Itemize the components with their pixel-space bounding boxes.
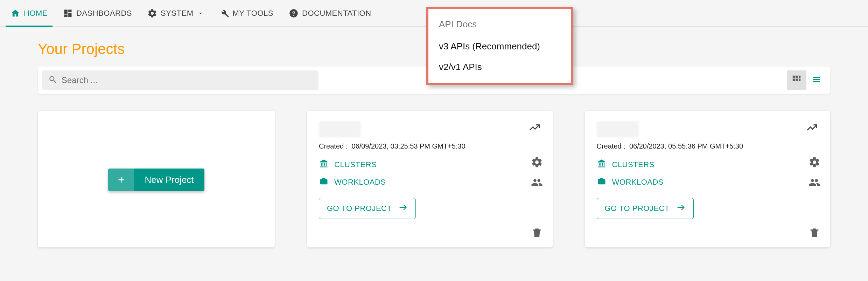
arrow-right-icon xyxy=(398,203,408,214)
gear-icon xyxy=(147,8,157,18)
delete-icon[interactable] xyxy=(808,227,820,239)
dropdown-header: API Docs xyxy=(428,18,571,36)
view-toggle xyxy=(787,70,826,90)
wrench-icon xyxy=(219,8,229,18)
clusters-link[interactable]: CLUSTERS xyxy=(597,159,654,171)
nav-documentation-label: DOCUMENTATION xyxy=(302,9,371,18)
settings-icon[interactable] xyxy=(531,156,543,168)
people-icon[interactable] xyxy=(808,177,820,189)
nav-home-label: HOME xyxy=(24,9,48,18)
goto-label: GO TO PROJECT xyxy=(605,204,670,213)
new-project-button[interactable]: + New Project xyxy=(108,169,204,191)
new-project-card: + New Project xyxy=(38,111,275,247)
nav-home[interactable]: HOME xyxy=(3,0,55,27)
settings-icon[interactable] xyxy=(808,156,820,168)
project-card: Created : 06/20/2023, 05:55:36 PM GMT+5:… xyxy=(585,111,831,247)
grid-icon xyxy=(791,74,802,86)
project-created: Created : 06/20/2023, 05:55:36 PM GMT+5:… xyxy=(597,142,819,150)
chevron-down-icon xyxy=(197,10,204,17)
list-icon xyxy=(811,74,821,86)
goto-project-button[interactable]: GO TO PROJECT xyxy=(319,198,416,219)
nav-dashboards[interactable]: DASHBOARDS xyxy=(55,0,140,27)
project-created: Created : 06/09/2023, 03:25:53 PM GMT+5:… xyxy=(319,142,541,150)
people-icon[interactable] xyxy=(531,177,543,189)
search-box xyxy=(42,70,318,90)
workloads-label: WORKLOADS xyxy=(612,178,664,187)
home-icon xyxy=(10,8,20,18)
help-icon xyxy=(289,8,299,18)
clusters-link[interactable]: CLUSTERS xyxy=(319,159,377,171)
clusters-label: CLUSTERS xyxy=(334,160,377,169)
nav-mytools[interactable]: MY TOOLS xyxy=(212,0,281,27)
clusters-icon xyxy=(597,159,607,171)
nav-system[interactable]: SYSTEM xyxy=(140,0,211,27)
arrow-right-icon xyxy=(676,203,686,214)
project-title xyxy=(319,121,361,137)
project-card: Created : 06/09/2023, 03:25:53 PM GMT+5:… xyxy=(307,111,553,247)
delete-icon[interactable] xyxy=(531,227,543,239)
workloads-label: WORKLOADS xyxy=(334,178,386,187)
trend-icon[interactable] xyxy=(806,121,818,135)
search-input[interactable] xyxy=(62,75,312,85)
clusters-label: CLUSTERS xyxy=(612,160,654,169)
nav-mytools-label: MY TOOLS xyxy=(233,9,274,18)
project-cards: + New Project Created : 06/09/2023, 03:2… xyxy=(38,111,830,247)
api-docs-dropdown: API Docs v3 APIs (Recommended) v2/v1 API… xyxy=(426,7,573,85)
nav-system-label: SYSTEM xyxy=(161,9,193,18)
svg-point-0 xyxy=(289,9,298,17)
search-icon xyxy=(48,75,57,85)
project-title xyxy=(597,121,639,137)
new-project-label: New Project xyxy=(134,169,204,191)
goto-label: GO TO PROJECT xyxy=(327,204,392,213)
workloads-icon xyxy=(597,176,607,188)
dropdown-item-v3[interactable]: v3 APIs (Recommended) xyxy=(428,36,571,57)
dashboard-icon xyxy=(63,8,73,18)
plus-icon: + xyxy=(108,169,134,191)
workloads-icon xyxy=(319,176,329,188)
nav-dashboards-label: DASHBOARDS xyxy=(76,9,132,18)
workloads-link[interactable]: WORKLOADS xyxy=(319,176,386,188)
grid-view-button[interactable] xyxy=(787,70,806,90)
dropdown-item-v2v1[interactable]: v2/v1 APIs xyxy=(428,57,571,77)
trend-icon[interactable] xyxy=(528,121,541,135)
clusters-icon xyxy=(319,159,329,171)
nav-documentation[interactable]: DOCUMENTATION xyxy=(281,0,379,27)
goto-project-button[interactable]: GO TO PROJECT xyxy=(597,198,694,219)
workloads-link[interactable]: WORKLOADS xyxy=(597,176,664,188)
list-view-button[interactable] xyxy=(806,70,826,90)
